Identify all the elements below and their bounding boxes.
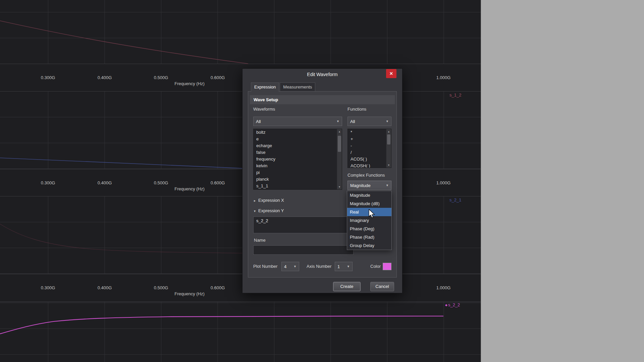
functions-scrollbar[interactable]: ▲ ▼ xyxy=(386,129,391,168)
complex-functions-label: Complex Functions xyxy=(347,173,385,178)
chevron-down-icon: ▼ xyxy=(291,265,297,268)
function-item[interactable]: ACOSH( ) xyxy=(348,163,391,168)
functions-filter-dropdown[interactable]: All ▼ xyxy=(347,117,391,126)
chevron-down-icon: ▼ xyxy=(345,265,350,268)
expanded-arrow-icon: ▾ xyxy=(254,209,258,213)
series-label-s_2_2[interactable]: ◆s_2_2 xyxy=(445,302,460,307)
axis-tick-label: 1.000G xyxy=(436,285,451,290)
function-item[interactable]: ACOS( ) xyxy=(348,156,391,163)
waveform-item[interactable]: s_1_1 xyxy=(254,183,342,189)
axis-tick-label: 0.500G xyxy=(154,75,168,80)
waveform-item[interactable]: boltz xyxy=(254,129,342,136)
dropdown-option-phase-rad[interactable]: Phase (Rad) xyxy=(347,233,391,241)
close-icon: ✕ xyxy=(389,71,393,76)
axis-tick-label: 0.300G xyxy=(41,285,55,290)
chevron-down-icon: ▼ xyxy=(384,120,389,123)
waveform-item[interactable]: pi xyxy=(254,169,342,176)
plot-region: 0.300G 0.400G 0.500G 0.600G 1.000G Frequ… xyxy=(0,0,481,362)
scrollbar-thumb[interactable] xyxy=(387,134,390,144)
expression-y-label: Expression Y xyxy=(258,208,284,213)
dropdown-option-magnitude-db[interactable]: Magnitude (dB) xyxy=(347,199,391,208)
mouse-cursor xyxy=(368,209,375,219)
close-button[interactable]: ✕ xyxy=(386,69,396,78)
plot-number-label: Plot Number xyxy=(253,262,277,271)
collapsed-arrow-icon: ▸ xyxy=(254,199,258,202)
waveforms-label: Waveforms xyxy=(253,107,275,112)
series-label-s_1_2[interactable]: s_1_2 xyxy=(449,93,461,98)
complex-functions-value: Magnitude xyxy=(350,183,371,188)
axis-number-value: 1 xyxy=(337,264,340,269)
plot-grid-row-4 xyxy=(0,302,481,362)
color-label: Color xyxy=(370,262,381,271)
functions-label: Functions xyxy=(347,107,366,112)
dropdown-option-group-delay[interactable]: Group Delay xyxy=(347,241,391,250)
axis-number-label: Axis Number xyxy=(307,262,331,271)
plot-grid-row-2 xyxy=(0,91,481,169)
axis-title: Frequency (Hz) xyxy=(174,81,205,86)
scroll-up-icon[interactable]: ▲ xyxy=(337,129,342,134)
dialog-titlebar[interactable]: Edit Waveform ✕ xyxy=(243,69,402,80)
axis-tick-label: 0.400G xyxy=(98,75,112,80)
axis-tick-label: 0.300G xyxy=(41,180,55,185)
waveforms-scrollbar[interactable]: ▲ ▼ xyxy=(337,129,342,189)
axis-tick-label: 0.300G xyxy=(41,75,55,80)
axis-tick-label: 0.500G xyxy=(154,180,168,185)
axis-tick-label: 1.000G xyxy=(436,75,451,80)
cancel-button[interactable]: Cancel xyxy=(370,282,394,291)
scroll-down-icon[interactable]: ▼ xyxy=(386,163,391,167)
complex-functions-popup: Magnitude Magnitude (dB) Real Imaginary … xyxy=(347,191,392,250)
plot-grid-row-1 xyxy=(0,0,481,64)
axis-tick-label: 1.000G xyxy=(436,180,451,185)
axis-title: Frequency (Hz) xyxy=(174,291,205,296)
dialog-title: Edit Waveform xyxy=(243,72,402,77)
plot-grid-row-3 xyxy=(0,196,481,274)
expression-y-input[interactable]: s_2_2 xyxy=(253,217,354,233)
scrollbar-thumb[interactable] xyxy=(338,136,341,152)
axis-tick-label: 0.600G xyxy=(211,75,225,80)
series-label-text: s_2_2 xyxy=(448,302,460,307)
functions-filter-value: All xyxy=(350,119,355,124)
waveform-item[interactable]: e xyxy=(254,136,342,142)
functions-listbox[interactable]: * + - / ACOS( ) ACOSH( ) ▲ ▼ xyxy=(347,129,391,168)
color-swatch[interactable] xyxy=(383,263,391,270)
plot-number-value: 4 xyxy=(284,264,286,269)
dialog-tabs: Expression Measurements xyxy=(251,82,316,92)
axis-number-dropdown[interactable]: 1 ▼ xyxy=(335,262,353,271)
complex-functions-dropdown[interactable]: Magnitude ▼ xyxy=(347,181,391,190)
function-item[interactable]: * xyxy=(348,129,391,136)
waveforms-listbox[interactable]: boltz e echarge false frequency kelvin p… xyxy=(253,129,342,190)
dropdown-option-magnitude[interactable]: Magnitude xyxy=(347,191,391,199)
wave-setup-panel: Wave Setup Waveforms Functions All ▼ All… xyxy=(248,91,397,278)
function-item[interactable]: - xyxy=(348,142,391,149)
waveform-item[interactable]: false xyxy=(254,149,342,156)
plot-number-dropdown[interactable]: 4 ▼ xyxy=(281,262,299,271)
right-side-panel xyxy=(481,0,644,362)
series-marker-icon: ◆ xyxy=(445,303,447,307)
name-input[interactable] xyxy=(253,245,354,255)
chevron-down-icon: ▼ xyxy=(334,120,339,123)
waveform-item[interactable]: frequency xyxy=(254,156,342,163)
waveform-item[interactable]: kelvin xyxy=(254,163,342,169)
function-item[interactable]: / xyxy=(348,149,391,156)
dropdown-option-phase-deg[interactable]: Phase (Deg) xyxy=(347,225,391,233)
axis-tick-label: 0.500G xyxy=(154,285,168,290)
axis-tick-label: 0.600G xyxy=(211,285,225,290)
axis-tick-label: 0.400G xyxy=(98,285,112,290)
wave-setup-header: Wave Setup xyxy=(250,95,395,104)
create-button[interactable]: Create xyxy=(333,282,361,291)
waveforms-filter-dropdown[interactable]: All ▼ xyxy=(253,117,342,126)
tab-measurements[interactable]: Measurements xyxy=(280,82,315,92)
function-item[interactable]: + xyxy=(348,136,391,142)
waveforms-filter-value: All xyxy=(256,119,261,124)
name-label: Name xyxy=(254,238,266,243)
expression-y-header[interactable]: ▾Expression Y xyxy=(254,208,284,213)
scroll-up-icon[interactable]: ▲ xyxy=(386,129,391,134)
tab-expression[interactable]: Expression xyxy=(251,82,279,92)
expression-x-header[interactable]: ▸Expression X xyxy=(254,198,284,203)
series-label-s_2_1[interactable]: s_2_1 xyxy=(449,197,461,202)
waveform-item[interactable]: echarge xyxy=(254,142,342,149)
axis-tick-label: 0.400G xyxy=(98,180,112,185)
scroll-down-icon[interactable]: ▼ xyxy=(337,185,342,189)
chevron-down-icon: ▼ xyxy=(384,184,389,187)
waveform-item[interactable]: planck xyxy=(254,176,342,183)
